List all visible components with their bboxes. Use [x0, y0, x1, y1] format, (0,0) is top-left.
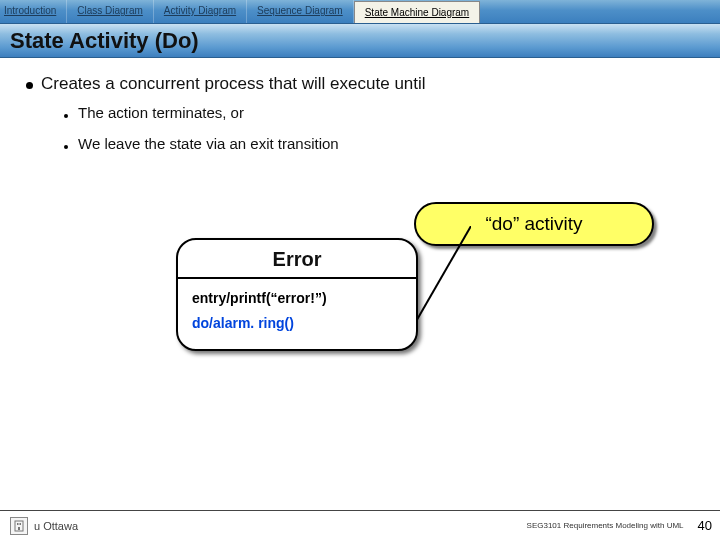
sub-bullet-1: The action terminates, or — [64, 104, 694, 121]
footer-logo-text: u Ottawa — [34, 520, 78, 532]
bullet-dot-icon — [64, 145, 68, 149]
state-do-activity: do/alarm. ring() — [192, 314, 402, 341]
diagram-area: “do” activity Error entry/printf(“error!… — [26, 202, 694, 382]
tab-sequence-diagram[interactable]: Sequence Diagram — [247, 0, 354, 23]
tab-class-diagram[interactable]: Class Diagram — [67, 0, 154, 23]
tab-activity-diagram[interactable]: Activity Diagram — [154, 0, 247, 23]
svg-rect-2 — [17, 523, 19, 525]
svg-rect-4 — [18, 527, 20, 530]
sub-bullet-2: We leave the state via an exit transitio… — [64, 135, 694, 152]
state-entry-action: entry/printf(“error!”) — [192, 289, 402, 308]
state-body: entry/printf(“error!”) do/alarm. ring() — [178, 279, 416, 349]
main-bullet-text: Creates a concurrent process that will e… — [41, 74, 426, 94]
footer-course: SEG3101 Requirements Modeling with UML — [527, 521, 684, 530]
tab-introduction[interactable]: Introduction — [0, 0, 67, 23]
tab-bar: Introduction Class Diagram Activity Diag… — [0, 0, 720, 24]
bullet-dot-icon — [26, 82, 33, 89]
sub-bullet-list: The action terminates, or We leave the s… — [64, 104, 694, 152]
callout-text: “do” activity — [485, 213, 582, 235]
page-number: 40 — [698, 518, 712, 533]
sub-bullet-1-text: The action terminates, or — [78, 104, 244, 121]
footer-right: SEG3101 Requirements Modeling with UML 4… — [527, 518, 712, 533]
uottawa-logo-icon — [10, 517, 28, 535]
do-activity-callout: “do” activity — [414, 202, 654, 246]
page-title: State Activity (Do) — [10, 28, 199, 54]
bullet-dot-icon — [64, 114, 68, 118]
uml-state-error: Error entry/printf(“error!”) do/alarm. r… — [176, 238, 418, 351]
sub-bullet-2-text: We leave the state via an exit transitio… — [78, 135, 339, 152]
title-band: State Activity (Do) — [0, 24, 720, 58]
tab-state-machine-diagram[interactable]: State Machine Diagram — [354, 1, 481, 23]
state-name: Error — [178, 240, 416, 279]
footer-left: u Ottawa — [10, 517, 78, 535]
svg-rect-3 — [20, 523, 22, 525]
footer: u Ottawa SEG3101 Requirements Modeling w… — [0, 510, 720, 540]
main-bullet: Creates a concurrent process that will e… — [26, 74, 694, 94]
content-area: Creates a concurrent process that will e… — [0, 58, 720, 382]
